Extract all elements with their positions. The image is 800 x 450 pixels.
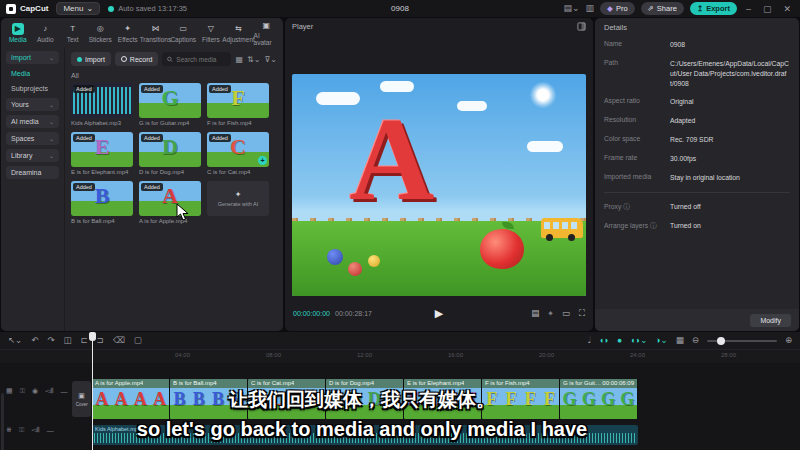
video-clip[interactable]: G is for Guitar.mp400:00:06:09GGGG [560,379,638,419]
menu-button[interactable]: Menu ⌄ [56,2,100,15]
tab-stickers[interactable]: ◎Stickers [87,23,112,43]
media-thumbnail[interactable]: Added [71,83,133,118]
link-clips-icon[interactable]: ◖◗⌄ [630,336,647,345]
media-thumbnail[interactable]: FAdded [207,83,269,118]
preview-quality-icon[interactable]: ▤ [531,308,539,319]
close-button[interactable]: ✕ [780,4,794,14]
modify-button[interactable]: Modify [750,314,791,327]
undo-icon[interactable]: ↶ [31,336,38,345]
media-item[interactable]: BAddedB is for Ball.mp4 [71,181,133,224]
split-icon[interactable]: ◫ [64,336,72,345]
import-button[interactable]: Import [71,52,111,66]
zoom-slider-knob[interactable] [717,337,725,345]
play-button[interactable]: ▶ [435,307,443,320]
hide-track-icon[interactable]: ◉ [32,387,38,395]
video-clip[interactable]: F is for Fish.mp4FFFF [482,379,560,419]
add-to-timeline-button[interactable]: + [258,156,267,165]
video-clip[interactable]: D is for Dog.mp4DDDD [326,379,404,419]
grid-view-icon[interactable]: ▦ [235,55,243,64]
media-item[interactable]: AddedKids Alphabet.mp3 [71,83,133,126]
media-thumbnail[interactable]: EAdded [71,132,133,167]
media-thumbnail[interactable]: DAdded [139,132,201,167]
search-input[interactable] [176,56,226,63]
select-tool-icon[interactable]: ↖⌄ [8,336,22,345]
tab-ai-avatar[interactable]: ▣AI avatar [254,19,279,46]
tab-media[interactable]: ▶Media [5,23,30,43]
player-expand-icon[interactable] [577,22,586,31]
detail-label: Frame rate [604,154,670,164]
delete-left-icon[interactable]: ⊏ [81,336,88,345]
media-thumbnail[interactable]: CAdded+ [207,132,269,167]
pro-button[interactable]: ◆ Pro [600,2,634,15]
record-voiceover-icon[interactable]: 𝅘𝅥 [588,336,591,345]
maximize-button[interactable]: ▢ [760,4,775,14]
generate-with-ai-card-inner[interactable]: ✦Generate with AI [207,181,269,216]
sidebar-item-import[interactable]: Import⌄ [6,51,59,64]
zoom-out-icon[interactable]: ⊖ [692,336,699,345]
fullscreen-icon[interactable]: ⛶ [579,308,585,319]
preview-axis-icon[interactable]: ◑⌄ [655,336,667,345]
tab-audio[interactable]: ♪Audio [32,23,57,43]
tab-effects[interactable]: ✦Effects [115,23,140,43]
magnetic-main-track-icon[interactable]: ◖◗ [599,336,609,345]
render-preview-icon[interactable]: ▦ [676,336,684,345]
collapse-track-icon[interactable]: — [47,427,54,434]
tab-adjustment[interactable]: ⇆Adjustment [226,23,252,43]
mute-track-icon[interactable]: ◅⦀ [31,426,39,434]
video-preview[interactable]: A [292,74,586,296]
media-item[interactable]: EAddedE is for Elephant.mp4 [71,132,133,175]
tab-text[interactable]: TText [60,23,85,43]
tab-filters[interactable]: ▽Filters [198,23,223,43]
sort-icon[interactable]: ⇅⌄ [247,55,260,64]
share-button[interactable]: ⇗ Share [641,2,684,15]
sidebar-item-spaces[interactable]: Spaces⌄ [6,132,59,145]
timeline-ruler[interactable]: 04:0008:0012:0016:0020:0024:0028:00 [0,349,800,362]
media-item[interactable]: AAddedA is for Apple.mp4 [139,181,201,224]
filter-icon[interactable]: ⊽⌄ [264,55,277,64]
tab-captions[interactable]: ▭Captions [170,23,196,43]
panel-layout-icon[interactable]: ▥ [586,4,595,13]
media-thumbnail[interactable]: BAdded [71,181,133,216]
delete-icon[interactable]: ⌫ [113,336,125,345]
collapse-track-icon[interactable]: — [61,388,68,395]
zoom-in-icon[interactable]: ⊕ [785,336,792,345]
record-button[interactable]: Record [115,52,159,66]
media-item[interactable]: GAddedG is for Guitar.mp4 [139,83,201,126]
detail-row: Proxy ⓘTurned off [604,202,790,212]
video-clip[interactable]: C is for Cat.mp4CCCC [248,379,326,419]
sidebar-item-dreamina[interactable]: Dreamina [6,166,59,179]
sidebar-item-yours[interactable]: Yours⌄ [6,98,59,111]
delete-right-icon[interactable]: ⊐ [97,336,104,345]
sidebar-item-ai-media[interactable]: AI media⌄ [6,115,59,128]
video-clip[interactable]: A is for Apple.mp4AAAA [92,379,170,419]
timeline-zoom-slider[interactable] [707,340,777,342]
media-item[interactable]: DAddedD is for Dog.mp4 [139,132,201,175]
media-thumbnail[interactable]: AAdded [139,181,201,216]
sidebar-item-library[interactable]: Library⌄ [6,149,59,162]
crop-icon[interactable]: ▢ [134,336,142,345]
sidebar-item-subprojects[interactable]: Subprojects [6,83,59,94]
media-thumbnail[interactable]: GAdded [139,83,201,118]
search-box[interactable] [162,52,231,66]
timeline-scrollbar[interactable] [1,393,4,450]
audio-clip[interactable]: Kids Alphabet.mp3 [92,425,638,445]
auto-snap-icon[interactable]: ● [617,336,622,345]
export-button[interactable]: ↥ Export [690,2,737,15]
playhead[interactable] [92,332,93,450]
mute-track-icon[interactable]: ◅⦀ [45,387,53,395]
tab-transitions[interactable]: ⋈Transitions [142,23,168,43]
ratio-icon[interactable]: ▭ [562,308,570,319]
minimize-button[interactable]: – [743,4,754,14]
video-clip[interactable]: B is for Ball.mp4BBBB [170,379,248,419]
generate-with-ai-card[interactable]: ✦Generate with AI [207,181,269,224]
video-clip[interactable]: E is for Elephant.mp4EEEE [404,379,482,419]
redo-icon[interactable]: ↷ [47,336,54,345]
sidebar-item-media[interactable]: Media [6,68,59,79]
expand-preview-icon[interactable]: ⌖ [548,308,553,319]
lock-track-icon[interactable]: ⚿ [19,426,24,434]
lock-track-icon[interactable]: ⚿ [20,387,25,395]
cover-button[interactable]: ▣ Cover [72,381,91,417]
media-item[interactable]: FAddedF is for Fish.mp4 [207,83,269,126]
layout-switch-icon[interactable]: ▤⌄ [564,4,580,13]
media-item[interactable]: CAdded+C is for Cat.mp4 [207,132,269,175]
